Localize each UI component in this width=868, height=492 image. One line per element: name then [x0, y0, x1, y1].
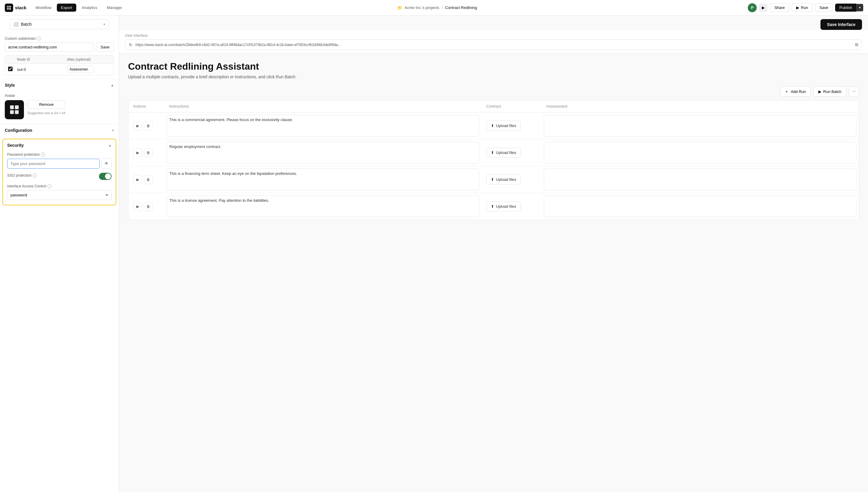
run-button[interactable]: ▶ Run — [792, 3, 813, 12]
refresh-icon[interactable]: ↻ — [129, 43, 133, 47]
cursor-btn[interactable]: ▶ — [759, 4, 768, 12]
avatar-label: Avatar — [5, 94, 114, 98]
project-name: Acme Inc.'s projects — [405, 5, 439, 10]
node-checkbox[interactable] — [8, 67, 13, 71]
assessment-cell-1 — [541, 113, 859, 139]
delete-btn-3[interactable]: 🗑 — [144, 175, 153, 184]
subdomain-input[interactable] — [5, 43, 94, 52]
export-nav-btn[interactable]: Export — [57, 4, 76, 11]
upload-btn-4[interactable]: ⬆ Upload files — [486, 201, 521, 211]
configuration-header[interactable]: Configuration ▾ — [0, 124, 119, 136]
more-options-btn[interactable]: ··· — [849, 87, 859, 97]
current-page: Contract Redlining — [445, 5, 477, 10]
assessment-textarea-1[interactable] — [544, 115, 857, 137]
analytics-nav-btn[interactable]: Analytics — [77, 4, 101, 11]
workflow-nav-btn[interactable]: Workflow — [31, 4, 55, 11]
instructions-textarea-2[interactable]: Regular employment contract. — [167, 142, 479, 164]
table-header: Actions Instructions Contract Assessment — [128, 100, 859, 113]
instructions-cell-1: This is a commercial agreement. Please f… — [164, 113, 482, 139]
instructions-textarea-4[interactable]: This is a license agreement. Pay attenti… — [167, 196, 479, 217]
upload-btn-1[interactable]: ⬆ Upload files — [486, 121, 521, 131]
avatar-section: Remove Suggested size is 64 × 64 — [5, 100, 114, 119]
password-info-icon[interactable]: i — [41, 152, 45, 157]
url-section: User Interface ↻ https://www.stack-ai.co… — [119, 30, 868, 54]
subdomain-save-btn[interactable]: Save — [96, 43, 114, 52]
remove-avatar-btn[interactable]: Remove — [27, 100, 65, 109]
url-label: User Interface — [125, 33, 862, 38]
batch-label: Batch — [21, 22, 101, 27]
access-info-icon[interactable]: i — [47, 184, 51, 188]
folder-icon: 📁 — [397, 5, 402, 10]
sso-label-text: SSO protection — [7, 173, 31, 177]
assessment-cell-2 — [541, 139, 859, 166]
instructions-cell-3: This is a financing term sheet. Keep an … — [164, 166, 482, 193]
add-run-btn[interactable]: + Add Run — [780, 87, 811, 97]
subdomain-section: Custom subdomain i Save — [0, 34, 119, 55]
delete-btn-2[interactable]: 🗑 — [144, 148, 153, 157]
publish-dropdown-btn[interactable]: ▾ — [857, 4, 863, 11]
access-control-select[interactable]: password SSO none — [7, 190, 112, 200]
run-batch-btn[interactable]: ▶ Run Batch — [813, 87, 846, 97]
alias-col-header: Alias (optional) — [64, 56, 114, 64]
contract-cell-4: ⬆ Upload files — [482, 193, 541, 220]
interface-title: Contract Redlining Assistant — [128, 61, 859, 72]
play-btn-1[interactable]: ▶ — [133, 121, 142, 130]
style-content: Avatar Remove Suggested size is 64 × 64 — [0, 91, 119, 124]
instructions-textarea-3[interactable]: This is a financing term sheet. Keep an … — [167, 169, 479, 190]
sso-info-icon[interactable]: i — [32, 173, 37, 177]
batch-select[interactable]: ⬜ Batch ▾ — [9, 19, 109, 29]
save-interface-btn[interactable]: Save Interface — [820, 19, 862, 30]
sso-label: SSO protection i — [7, 173, 37, 177]
content-area: Save Interface User Interface ↻ https://… — [119, 16, 868, 492]
run-batch-label: Run Batch — [823, 89, 841, 94]
svg-rect-1 — [15, 105, 19, 109]
assessment-textarea-4[interactable] — [544, 196, 857, 217]
save-button[interactable]: Save — [815, 3, 833, 12]
password-field-label: Password protection i — [7, 152, 112, 157]
assessment-textarea-3[interactable] — [544, 169, 857, 190]
password-row: 👁 — [7, 158, 112, 169]
publish-button[interactable]: Publish ▾ — [835, 4, 863, 11]
batch-icon: ⬜ — [14, 22, 19, 27]
assessment-textarea-2[interactable] — [544, 142, 857, 164]
upload-label-4: Upload files — [496, 204, 516, 208]
share-button[interactable]: Share — [770, 3, 789, 12]
manager-nav-btn[interactable]: Manager — [102, 4, 126, 11]
assessment-cell-4 — [541, 193, 859, 220]
publish-main-btn[interactable]: Publish — [835, 4, 857, 11]
password-input[interactable] — [7, 159, 100, 169]
upload-btn-2[interactable]: ⬆ Upload files — [486, 148, 521, 157]
avatar-image — [5, 100, 24, 119]
add-icon: + — [785, 89, 788, 94]
actions-cell-2: ▶ 🗑 — [128, 139, 164, 166]
alias-input[interactable] — [67, 66, 94, 73]
node-table: Node ID Alias (optional) out-0 — [5, 55, 114, 75]
chevron-down-icon: ▾ — [112, 128, 114, 132]
delete-btn-4[interactable]: 🗑 — [144, 202, 153, 211]
play-btn-4[interactable]: ▶ — [133, 202, 142, 211]
subdomain-info-icon[interactable]: i — [37, 36, 41, 41]
security-content: Password protection i 👁 SSO protection i — [3, 151, 116, 205]
batch-actions: + Add Run ▶ Run Batch ··· — [128, 87, 859, 97]
style-header[interactable]: Style ▲ — [0, 79, 119, 91]
toggle-password-btn[interactable]: 👁 — [101, 158, 112, 169]
svg-rect-0 — [10, 105, 14, 109]
data-table: Actions Instructions Contract Assessment… — [128, 100, 859, 220]
play-btn-3[interactable]: ▶ — [133, 175, 142, 184]
sso-row: SSO protection i — [7, 173, 112, 180]
upload-label-2: Upload files — [496, 150, 516, 155]
breadcrumb: 📁 Acme Inc.'s projects / Contract Redlin… — [128, 5, 747, 10]
instructions-textarea-1[interactable]: This is a commercial agreement. Please f… — [167, 115, 479, 137]
logo-text: stack — [15, 5, 26, 10]
copy-icon[interactable]: ⧉ — [855, 42, 858, 47]
upload-icon-1: ⬆ — [491, 123, 494, 128]
logo: stack — [5, 4, 26, 12]
security-header[interactable]: Security ▲ — [3, 139, 116, 151]
sso-toggle[interactable] — [99, 173, 112, 180]
configuration-section: Configuration ▾ — [0, 124, 119, 136]
access-control-label: Interface Access Control i — [7, 184, 112, 188]
play-btn-2[interactable]: ▶ — [133, 148, 142, 157]
delete-btn-1[interactable]: 🗑 — [144, 121, 153, 130]
upload-btn-3[interactable]: ⬆ Upload files — [486, 175, 521, 184]
svg-rect-3 — [15, 110, 19, 114]
